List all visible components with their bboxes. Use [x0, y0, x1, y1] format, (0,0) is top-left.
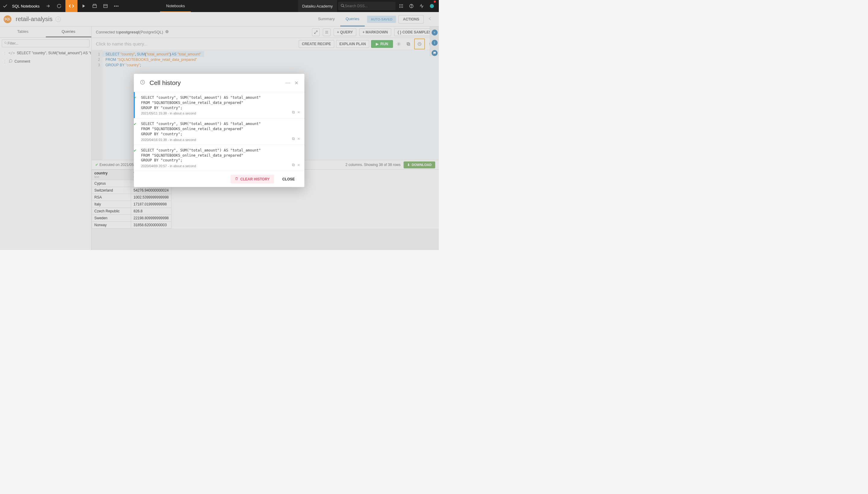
clear-history-button[interactable]: CLEAR HISTORY — [230, 175, 274, 184]
history-timestamp: 2020/04/16 01:38 — [141, 138, 167, 141]
history-duration: - in about a second — [167, 138, 196, 141]
svg-point-6 — [399, 6, 400, 7]
svg-point-13 — [411, 7, 411, 7]
delete-entry-icon[interactable]: ✕ — [297, 110, 300, 115]
svg-point-5 — [402, 4, 403, 5]
svg-rect-1 — [104, 4, 107, 8]
copy-entry-icon[interactable] — [292, 110, 295, 115]
close-icon[interactable]: ✕ — [294, 80, 298, 86]
svg-point-2 — [341, 4, 344, 6]
brand-label: SQL Notebooks — [10, 4, 42, 8]
help-icon[interactable] — [407, 0, 416, 12]
svg-point-10 — [401, 7, 402, 8]
history-sql: SELECT "country", SUM("total_amount") AS… — [141, 148, 299, 163]
notifications-icon[interactable] — [427, 0, 437, 12]
svg-rect-27 — [293, 165, 294, 166]
svg-point-11 — [402, 7, 403, 8]
delete-entry-icon[interactable]: ✕ — [297, 163, 300, 168]
history-duration: - in about a second — [167, 111, 196, 115]
history-entry[interactable]: ✔ SELECT "country", SUM("total_amount") … — [134, 145, 304, 171]
history-entry[interactable]: ✔ SELECT "country", SUM("total_amount") … — [134, 92, 304, 118]
trash-icon — [235, 177, 238, 181]
svg-point-4 — [401, 4, 402, 5]
activity-icon[interactable] — [417, 0, 426, 12]
svg-rect-25 — [293, 138, 294, 140]
history-sql: SELECT "country", SUM("total_amount") AS… — [141, 121, 299, 136]
history-timestamp: 2020/04/09 20:57 — [141, 164, 167, 168]
svg-point-3 — [399, 4, 400, 5]
delete-entry-icon[interactable]: ✕ — [297, 137, 300, 141]
svg-rect-23 — [293, 112, 294, 114]
copy-entry-icon[interactable] — [292, 137, 295, 141]
code-icon[interactable] — [66, 0, 77, 12]
apps-icon[interactable] — [396, 0, 406, 12]
svg-rect-0 — [93, 5, 96, 7]
cell-history-modal: Cell history — ✕ ✔ SELECT "country", SUM… — [134, 74, 304, 187]
check-icon: ✔ — [133, 96, 136, 100]
svg-rect-26 — [292, 137, 294, 139]
history-duration: - in about a second — [167, 164, 196, 168]
inbox-icon[interactable] — [90, 0, 99, 12]
dataiku-logo-icon — [2, 3, 8, 9]
search-icon — [340, 4, 345, 9]
svg-rect-24 — [292, 111, 294, 113]
svg-point-7 — [401, 6, 402, 7]
top-nav: SQL Notebooks ••• Notebooks Dataiku Acad… — [0, 0, 439, 12]
check-icon: ✔ — [133, 149, 136, 153]
search-input[interactable] — [345, 4, 393, 8]
layout-icon[interactable] — [101, 0, 110, 12]
history-sql: SELECT "country", SUM("total_amount") AS… — [141, 95, 299, 110]
global-search[interactable] — [338, 2, 395, 10]
clear-label: CLEAR HISTORY — [240, 177, 270, 181]
svg-point-8 — [402, 6, 403, 7]
history-entry[interactable]: ✔ SELECT "country", SUM("total_amount") … — [134, 118, 304, 144]
svg-point-14 — [430, 4, 434, 8]
svg-point-9 — [399, 7, 400, 8]
refresh-icon[interactable] — [55, 0, 63, 12]
tab-notebooks[interactable]: Notebooks — [160, 0, 191, 12]
academy-link[interactable]: Dataiku Academy — [298, 0, 337, 12]
more-icon[interactable]: ••• — [112, 0, 121, 12]
minimize-icon[interactable]: — — [285, 80, 290, 86]
history-icon — [140, 79, 145, 86]
check-icon: ✔ — [133, 122, 136, 126]
close-button[interactable]: CLOSE — [278, 175, 299, 184]
svg-rect-28 — [292, 164, 294, 166]
history-timestamp: 2021/05/11 15:38 — [141, 111, 167, 115]
play-icon[interactable] — [79, 0, 88, 12]
share-icon[interactable] — [44, 0, 53, 12]
copy-entry-icon[interactable] — [292, 163, 295, 168]
modal-title: Cell history — [149, 79, 181, 87]
